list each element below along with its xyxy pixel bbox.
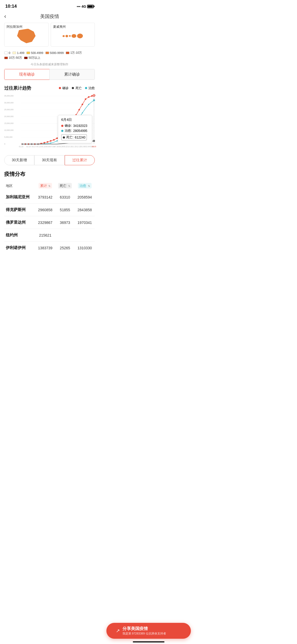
- confirmed-dot: [59, 87, 61, 89]
- svg-text:01.08: 01.08: [81, 146, 85, 148]
- legend-label-3: 5000-9999: [50, 51, 64, 54]
- svg-text:11.15: 11.15: [72, 146, 77, 148]
- network-type: 4G: [82, 4, 86, 8]
- tab-total-confirmed[interactable]: 累计确诊: [49, 69, 95, 80]
- svg-text:04.13: 04.13: [36, 146, 41, 148]
- row-confirmed: 3793142: [35, 191, 55, 204]
- legend-label-0: 0: [9, 51, 10, 54]
- back-button[interactable]: ‹: [4, 13, 6, 20]
- legend-label-4: 1万-10万: [70, 51, 82, 55]
- legend-item-5: 10万-50万: [4, 56, 22, 60]
- svg-text:10,000,000: 10,000,000: [4, 129, 13, 131]
- svg-text:05.10: 05.10: [41, 146, 46, 148]
- tooltip-confirmed-label: 确诊:: [65, 123, 72, 128]
- svg-text:08.26: 08.26: [59, 146, 63, 148]
- legend-item-1: 1-499: [12, 51, 24, 55]
- legend-death: 死亡: [72, 86, 82, 90]
- tooltip-recovered-label: 治愈:: [65, 128, 72, 133]
- th-region: 地区: [4, 181, 35, 191]
- tooltip-recovered-dot: [61, 130, 63, 132]
- sort-confirmed-icon[interactable]: ⇅: [48, 185, 50, 187]
- sort-death-icon[interactable]: ⇅: [68, 185, 70, 187]
- table-row: 得克萨斯州 2960858 51855 2843858: [4, 204, 95, 216]
- recover-dot: [85, 87, 87, 89]
- row-death: [55, 229, 75, 242]
- svg-text:20,000,000: 20,000,000: [4, 116, 13, 117]
- svg-text:07.03: 07.03: [50, 146, 55, 148]
- status-icons: ▪▪▪ 4G: [77, 4, 94, 8]
- svg-point-36: [85, 99, 86, 100]
- legend-item-6: 50万以上: [24, 56, 40, 60]
- svg-point-26: [53, 139, 55, 141]
- row-region: 伊利诺伊州: [4, 242, 35, 254]
- battery-icon: [87, 5, 94, 8]
- row-region: 加利福尼亚州: [4, 191, 35, 204]
- svg-text:03.17: 03.17: [32, 146, 36, 148]
- sort-recovered-icon[interactable]: ⇅: [88, 185, 90, 187]
- svg-text:25,000,000: 25,000,000: [4, 109, 13, 111]
- tooltip-death-value: 612240: [75, 136, 85, 139]
- row-confirmed: 2960858: [35, 204, 55, 216]
- hawaii-shape: [63, 34, 83, 38]
- svg-point-50: [88, 104, 89, 105]
- chart-tab-30day-current[interactable]: 30天现有: [34, 155, 64, 165]
- svg-point-45: [56, 140, 58, 141]
- map-card-hawaii[interactable]: 夏威夷州: [51, 23, 95, 47]
- legend-confirmed: 确诊: [59, 86, 69, 90]
- chart-section: 过往累计趋势 确诊 死亡 治愈 35,000,000 30,000,000 25…: [0, 85, 99, 152]
- map-card-alaska[interactable]: 阿拉斯加州: [4, 23, 49, 47]
- row-recovered: 1970341: [75, 216, 95, 229]
- row-death: 25265: [55, 242, 75, 254]
- chart-container: 35,000,000 30,000,000 25,000,000 20,000,…: [4, 94, 95, 148]
- chart-tab-30day-new[interactable]: 30天新增: [4, 155, 34, 165]
- map-cards: 阿拉斯加州 夏威夷州: [0, 23, 99, 49]
- legend-color-6: [24, 57, 28, 59]
- chart-tab-historical[interactable]: 过往累计: [65, 155, 95, 165]
- svg-text:09.22: 09.22: [63, 146, 68, 148]
- tooltip-confirmed-value: 34192023: [73, 124, 87, 128]
- svg-point-27: [56, 138, 58, 139]
- svg-point-38: [91, 95, 93, 97]
- chart-tooltip: 6月4日 确诊: 34192023 治愈: 28054995 死亡: 61224…: [58, 115, 92, 143]
- tooltip-death-row: 死亡: 612240: [61, 134, 87, 140]
- legend-item-4: 1万-10万: [66, 51, 82, 55]
- svg-point-35: [82, 104, 83, 105]
- legend-label-5: 10万-50万: [9, 56, 22, 60]
- chart-legend: 确诊 死亡 治愈: [59, 86, 95, 90]
- status-bar: 10:14 ▪▪▪ 4G: [0, 0, 99, 11]
- signal-icon: ▪▪▪: [77, 4, 81, 8]
- svg-text:06.05: 06.05: [92, 146, 96, 148]
- row-death: 63310: [55, 191, 75, 204]
- table-row: 加利福尼亚州 3793142 63310 2058594: [4, 191, 95, 204]
- legend-label-1: 1-499: [17, 51, 24, 54]
- tooltip-confirmed-dot: [61, 125, 63, 127]
- tooltip-confirmed-row: 确诊: 34192023: [61, 123, 89, 128]
- th-death-label: 死亡 ⇅: [58, 183, 72, 188]
- chart-title: 过往累计趋势: [4, 85, 31, 91]
- alaska-shape: [17, 29, 36, 43]
- row-region: 佛罗里达州: [4, 216, 35, 229]
- th-death: 死亡 ⇅: [55, 181, 75, 191]
- legend-color-3: [45, 52, 49, 54]
- th-recovered-label: 治愈 ⇅: [78, 183, 92, 188]
- row-recovered: 2843858: [75, 204, 95, 216]
- legend-color-5: [4, 57, 8, 59]
- tab-current-confirmed[interactable]: 现有确诊: [4, 69, 49, 80]
- row-death: 51855: [55, 204, 75, 216]
- page-title: 美国疫情: [40, 13, 59, 20]
- svg-text:02.19: 02.19: [26, 146, 31, 148]
- svg-text:35,000,000: 35,000,000: [4, 95, 13, 97]
- svg-text:12.12: 12.12: [77, 146, 81, 148]
- svg-point-24: [47, 141, 48, 143]
- tooltip-death-dot: [63, 136, 65, 139]
- table-row: 佛罗里达州 2329867 36973 1970341: [4, 216, 95, 229]
- chart-tabs: 30天新增 30天现有 过往累计: [4, 155, 95, 165]
- legend-label-2: 500-4999: [31, 51, 43, 54]
- tooltip-recovered-row: 治愈: 28054995: [61, 128, 89, 133]
- death-dot: [72, 87, 74, 89]
- svg-text:02.04: 02.04: [85, 146, 90, 148]
- tooltip-death-label: 死亡:: [66, 135, 73, 140]
- legend-color-1: [12, 52, 16, 54]
- svg-text:5,000,000: 5,000,000: [4, 136, 12, 138]
- th-confirmed: 累计 ⇅: [35, 181, 55, 191]
